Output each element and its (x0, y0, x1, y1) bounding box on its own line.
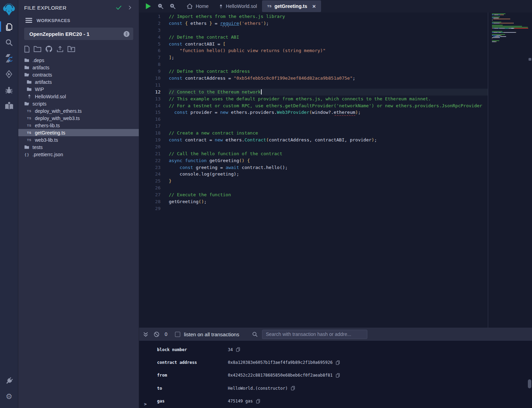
tree-item-.prettierrc.json[interactable]: { }.prettierrc.json (18, 151, 139, 158)
line-number[interactable]: 3 (139, 27, 169, 34)
tree-item-ethers-lib.ts[interactable]: TSethers-lib.ts (18, 122, 139, 129)
code-line-8[interactable]: 8 (139, 61, 488, 68)
tab-getGreeting.ts[interactable]: TSgetGreeting.ts× (262, 0, 321, 12)
close-icon[interactable]: × (312, 3, 316, 9)
code-line-10[interactable]: 10const contractAddress = "0xb54febb5c0c… (139, 75, 488, 82)
copy-icon[interactable] (336, 360, 340, 365)
remix-logo-icon[interactable] (0, 0, 18, 19)
line-number[interactable]: 15 (139, 109, 169, 116)
line-number[interactable]: 10 (139, 75, 169, 82)
code-line-22[interactable]: 22async function getGreeting() { (139, 157, 488, 164)
line-number[interactable]: 11 (139, 82, 169, 89)
code-line-12[interactable]: 12// Connect to the Ethereum network (139, 89, 488, 96)
code-line-5[interactable]: 5const contractABI = [ (139, 41, 488, 48)
code-line-1[interactable]: 1// Import ethers from the ethers.js lib… (139, 13, 488, 20)
code-line-23[interactable]: 23 const greeting = await contract.hello… (139, 164, 488, 171)
github-icon[interactable] (45, 45, 53, 53)
code-line-9[interactable]: 9// Define the contract address (139, 68, 488, 75)
code-line-25[interactable]: 25} (139, 178, 488, 185)
line-number[interactable]: 17 (139, 123, 169, 130)
code-line-16[interactable]: 16 (139, 116, 488, 123)
code-line-14[interactable]: 14// For a testnet or custom RPC, use et… (139, 102, 488, 109)
line-number[interactable]: 21 (139, 150, 169, 157)
code-line-7[interactable]: 7]; (139, 54, 488, 61)
line-number[interactable]: 28 (139, 198, 169, 205)
tree-item-getGreeting.ts[interactable]: TSgetGreeting.ts (18, 129, 139, 136)
line-number[interactable]: 2 (139, 20, 169, 27)
listen-all-transactions-label[interactable]: listen on all transactions (184, 331, 239, 337)
tab-HelloWorld.sol[interactable]: HelloWorld.sol (214, 0, 262, 12)
upload-folder-icon[interactable] (67, 46, 75, 52)
tree-item-contracts[interactable]: contracts (18, 71, 139, 78)
code-line-18[interactable]: 18// Create a new contract instance (139, 130, 488, 137)
code-line-6[interactable]: 6 "function hello() public view returns … (139, 47, 488, 54)
line-number[interactable]: 24 (139, 171, 169, 178)
line-number[interactable]: 13 (139, 96, 169, 102)
terminal-search-input[interactable] (262, 330, 367, 339)
chevron-right-icon[interactable] (127, 5, 133, 10)
line-number[interactable]: 20 (139, 143, 169, 150)
deploy-run-icon[interactable] (0, 66, 18, 82)
tree-item-artifacts[interactable]: artifacts (18, 64, 139, 71)
copy-icon[interactable] (336, 373, 340, 378)
tab-Home[interactable]: Home (181, 0, 214, 12)
solidity-compiler-icon[interactable] (0, 50, 18, 66)
line-number[interactable]: 6 (139, 47, 169, 54)
tree-item-web3-lib.ts[interactable]: TSweb3-lib.ts (18, 136, 139, 143)
code-editor[interactable]: 1// Import ethers from the ethers.js lib… (139, 12, 532, 328)
ban-icon[interactable] (154, 331, 159, 337)
copy-icon[interactable] (256, 399, 260, 404)
file-explorer-icon[interactable] (0, 19, 18, 34)
search-icon[interactable] (0, 34, 18, 50)
code-line-3[interactable]: 3 (139, 27, 488, 34)
workspace-select[interactable]: OpenZeppelin ERC20 - 1 (24, 28, 133, 40)
line-number[interactable]: 19 (139, 137, 169, 143)
line-number[interactable]: 16 (139, 116, 169, 123)
line-number[interactable]: 27 (139, 191, 169, 198)
line-number[interactable]: 14 (139, 102, 169, 109)
tree-item-.deps[interactable]: .deps (18, 57, 139, 64)
code-line-21[interactable]: 21// Call the hello function of the cont… (139, 150, 488, 157)
code-line-13[interactable]: 13// This example uses the default provi… (139, 96, 488, 102)
code-line-2[interactable]: 2const { ethers } = require('ethers'); (139, 20, 488, 27)
tree-item-scripts[interactable]: scripts (18, 100, 139, 107)
code-line-27[interactable]: 27// Execute the function (139, 191, 488, 198)
code-line-19[interactable]: 19const contract = new ethers.Contract(c… (139, 137, 488, 143)
tree-item-WIP[interactable]: WIP (18, 86, 139, 93)
line-number[interactable]: 5 (139, 41, 169, 48)
code-line-11[interactable]: 11 (139, 82, 488, 89)
line-number[interactable]: 7 (139, 54, 169, 61)
learn-eth-icon[interactable] (0, 98, 18, 114)
play-icon[interactable] (145, 3, 152, 10)
upload-file-icon[interactable] (56, 46, 64, 53)
line-number[interactable]: 8 (139, 61, 169, 68)
code-line-29[interactable]: 29 (139, 205, 488, 212)
terminal-prompt[interactable]: > (144, 401, 147, 407)
line-number[interactable]: 23 (139, 164, 169, 171)
line-number[interactable]: 18 (139, 130, 169, 137)
terminal-scrollbar-thumb[interactable] (528, 379, 531, 388)
zoom-in-icon[interactable] (170, 3, 176, 9)
code-line-4[interactable]: 4// Define the contract ABI (139, 34, 488, 41)
code-line-28[interactable]: 28getGreeting(); (139, 198, 488, 205)
tree-item-artifacts[interactable]: artifacts (18, 78, 139, 86)
tree-item-tests[interactable]: tests (18, 143, 139, 151)
minimap[interactable] (492, 13, 528, 43)
code-line-20[interactable]: 20 (139, 143, 488, 150)
tree-item-deploy_with_ethers.ts[interactable]: TSdeploy_with_ethers.ts (18, 107, 139, 115)
new-file-icon[interactable] (24, 46, 30, 53)
line-number[interactable]: 29 (139, 205, 169, 212)
code-line-26[interactable]: 26 (139, 185, 488, 191)
settings-icon[interactable]: ⚙ (0, 389, 18, 405)
plugin-manager-icon[interactable] (0, 373, 18, 389)
debugger-icon[interactable] (0, 82, 18, 98)
copy-icon[interactable] (236, 347, 240, 352)
line-number[interactable]: 22 (139, 157, 169, 164)
new-folder-icon[interactable] (33, 46, 41, 52)
line-number[interactable]: 1 (139, 13, 169, 20)
editor-scrollbar-thumb[interactable] (529, 58, 531, 61)
code-line-17[interactable]: 17 (139, 123, 488, 130)
code-line-15[interactable]: 15 const provider = new ethers.providers… (139, 109, 488, 116)
code-line-24[interactable]: 24 console.log(greeting); (139, 171, 488, 178)
line-number[interactable]: 26 (139, 185, 169, 191)
